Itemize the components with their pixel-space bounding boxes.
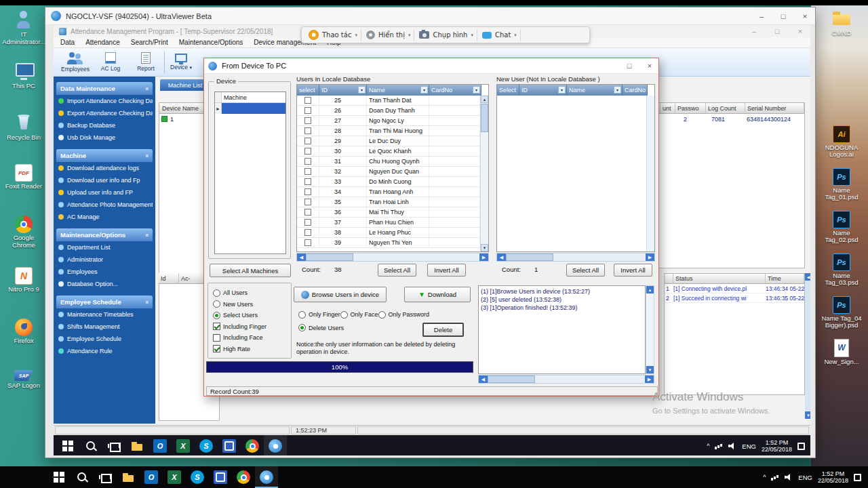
vertical-scrollbar[interactable]: ▲ ▼ <box>480 96 488 251</box>
sidebar-group-header[interactable]: Machine « <box>56 149 153 162</box>
scroll-left-button[interactable]: ◀ <box>805 273 810 281</box>
filter-dropdown-icon[interactable]: ▾ <box>473 86 480 94</box>
row-checkbox[interactable] <box>304 127 311 134</box>
filter-option[interactable]: Including Finger <box>213 321 289 333</box>
horizontal-scrollbar[interactable]: ◀ ▶ <box>478 375 654 384</box>
filter-dropdown-icon[interactable]: ▾ <box>614 86 621 94</box>
row-checkbox[interactable] <box>304 209 311 216</box>
scroll-up-button[interactable]: ▲ <box>481 96 488 103</box>
desktop-icon[interactable]: Google Chrome <box>4 216 43 259</box>
filter-control[interactable] <box>213 289 220 297</box>
task-view-button[interactable] <box>94 466 117 488</box>
id-column-header[interactable]: Id <box>159 273 179 284</box>
filter-control[interactable] <box>213 345 220 352</box>
close-button[interactable]: × <box>645 62 654 70</box>
desktop-icon[interactable]: This PC <box>4 61 43 104</box>
delete-option[interactable]: Only Face <box>340 310 378 319</box>
horizontal-scrollbar[interactable]: ◀ ▶ <box>496 253 655 262</box>
user-row[interactable]: 29 Le Duc Duy <box>297 136 480 146</box>
user-row[interactable]: 39 Nguyen Thi Yen <box>297 238 480 248</box>
scroll-up-button[interactable]: ▲ <box>646 286 654 293</box>
maximize-button[interactable]: □ <box>625 62 634 70</box>
status-column-header[interactable]: Status <box>673 274 766 284</box>
desktop-icon[interactable]: W New_Sign... <box>817 339 866 366</box>
clock[interactable]: 1:52 PM 22/05/2018 <box>762 439 792 453</box>
row-checkbox[interactable] <box>304 97 311 104</box>
scroll-down-button[interactable]: ▼ <box>646 366 654 373</box>
vertical-scrollbar[interactable]: ▲ ▼ <box>646 285 654 374</box>
radio-control[interactable] <box>340 311 348 319</box>
filter-control[interactable] <box>213 323 220 330</box>
scroll-right-button[interactable]: ▶ <box>646 253 654 261</box>
sidebar-item[interactable]: Export Attendance Checking Data <box>56 107 153 119</box>
select-column-header[interactable]: select <box>297 85 319 96</box>
filter-option[interactable]: High Rate <box>213 344 289 355</box>
action-center-icon[interactable] <box>854 474 861 481</box>
maximize-button[interactable]: □ <box>778 12 788 20</box>
desktop-icon[interactable]: Ps Name Tag_01.psd <box>817 168 866 201</box>
file-explorer-icon[interactable] <box>117 466 140 488</box>
radio-control[interactable] <box>298 324 306 331</box>
filter-dropdown-icon[interactable]: ▾ <box>420 86 428 94</box>
desktop-icon[interactable]: Ps Name Tag_02.psd <box>817 211 866 244</box>
ultraviewer-toolbar-item[interactable]: Thao tác ▾ <box>309 30 361 41</box>
scroll-down-button[interactable]: ▼ <box>481 244 488 251</box>
row-checkbox[interactable] <box>304 239 311 246</box>
vertical-scrollbar[interactable] <box>646 96 654 251</box>
menu-item[interactable]: Maintenance/Options <box>174 39 249 46</box>
scrollbar-thumb[interactable] <box>306 253 353 261</box>
sidebar-item[interactable]: Import Attendance Checking Data <box>56 95 153 107</box>
filter-dropdown-icon[interactable]: ▾ <box>358 86 366 94</box>
collapse-chevron-icon[interactable]: « <box>143 154 150 157</box>
menu-item[interactable]: Search/Print <box>125 39 174 46</box>
download-button[interactable]: ▼ Download <box>404 287 471 302</box>
scroll-left-button[interactable]: ◀ <box>497 253 506 261</box>
name-column-header[interactable]: Name▾ <box>567 85 623 96</box>
ultraviewer-icon[interactable] <box>255 466 278 488</box>
sidebar-item[interactable]: Usb Disk Manage <box>56 131 153 144</box>
search-button[interactable] <box>71 466 94 488</box>
user-row[interactable]: 27 Ngo Ngoc Ly <box>297 116 480 126</box>
invert-all-button[interactable]: Invert All <box>427 264 466 277</box>
desktop-icon[interactable]: Ps Name Tag_04 Bigger).psd <box>817 296 866 329</box>
language-indicator[interactable]: ENG <box>742 443 756 450</box>
radio-control[interactable] <box>378 311 386 319</box>
scrollbar-track[interactable] <box>488 375 645 383</box>
network-icon[interactable] <box>715 443 723 449</box>
sidebar-item[interactable]: Attendance Photo Management <box>56 199 153 211</box>
password-column-header[interactable]: Passwo <box>675 103 706 114</box>
dialog-titlebar[interactable]: From Device To PC □ × <box>204 58 658 74</box>
select-all-button[interactable]: Select All <box>566 264 605 277</box>
name-column-header[interactable]: Name▾ <box>367 85 429 96</box>
sidebar-item[interactable]: Download user info and Fp <box>56 174 153 186</box>
row-checkbox[interactable] <box>304 229 311 236</box>
ultraviewer-toolbar-item[interactable]: Hiển thị ▾ <box>366 30 415 41</box>
toolbar-button[interactable]: Report ▾ <box>128 49 163 76</box>
select-all-button[interactable]: Select All <box>378 264 416 277</box>
start-button[interactable] <box>56 435 79 455</box>
filter-control[interactable] <box>213 334 220 342</box>
task-view-button[interactable] <box>102 435 125 455</box>
filter-option[interactable]: All Users <box>213 287 289 299</box>
sidebar-group-header[interactable]: Maintenance/Options « <box>56 228 153 241</box>
volume-icon[interactable] <box>728 443 736 449</box>
sidebar-item[interactable]: Employee Schedule <box>56 333 153 345</box>
row-checkbox[interactable] <box>304 138 311 144</box>
sidebar-group-header[interactable]: Data Maintenance « <box>56 82 153 95</box>
user-row[interactable]: 31 Chu Huong Quynh <box>297 157 480 167</box>
row-checkbox[interactable] <box>304 178 311 185</box>
id-column-header[interactable]: ID▾ <box>319 85 367 96</box>
language-indicator[interactable]: ENG <box>798 474 812 481</box>
sidebar-item[interactable]: Attendance Rule <box>56 345 153 357</box>
row-checkbox[interactable] <box>304 148 311 155</box>
row-checkbox[interactable] <box>304 168 311 175</box>
search-button[interactable] <box>79 435 102 455</box>
sidebar-group-header[interactable]: Employee Schedule « <box>56 296 153 308</box>
row-checkbox[interactable] <box>304 158 311 165</box>
scrollbar-thumb[interactable] <box>506 253 553 261</box>
filter-option[interactable]: Including Face <box>213 332 289 344</box>
user-row[interactable]: 25 Tran Thanh Dat <box>297 96 480 106</box>
filter-control[interactable] <box>213 312 220 319</box>
connection-log-row[interactable]: 2 [1] Succeed in connecting wi 13:46:35 … <box>665 293 804 303</box>
chrome-icon[interactable] <box>241 435 264 455</box>
